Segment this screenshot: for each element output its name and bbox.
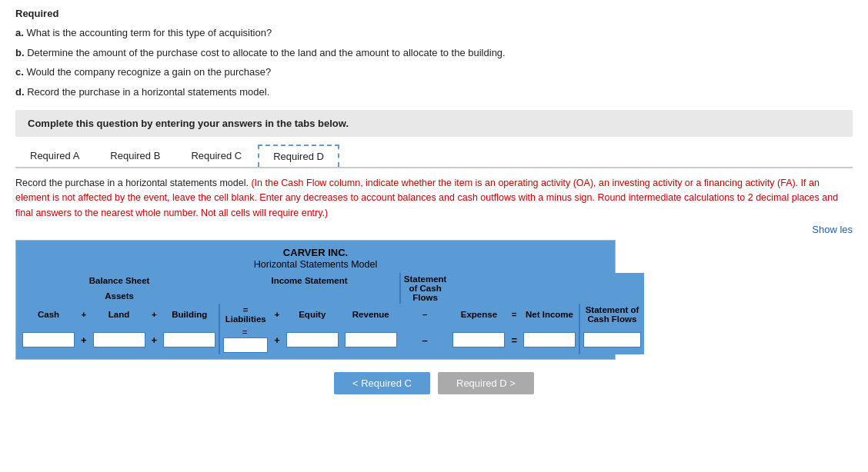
tab-required-c[interactable]: Required C (176, 145, 256, 167)
question-b-bold: b. (15, 47, 25, 58)
company-name: CARVER INC. (19, 244, 612, 259)
col-revenue: Revenue (342, 304, 400, 325)
op-plus3: + (271, 325, 283, 354)
table-row: + + = + – = (19, 325, 644, 354)
equity-input[interactable] (286, 332, 339, 347)
tab-required-a[interactable]: Required A (15, 145, 94, 167)
input-cf[interactable] (579, 325, 644, 354)
expense-input[interactable] (452, 332, 505, 347)
col-expense: Expense (449, 304, 508, 325)
liabilities-input[interactable] (223, 337, 268, 353)
col-minus: – (400, 304, 450, 325)
op-eq2: = (508, 325, 520, 354)
bottom-nav: < Required C Required D > (15, 372, 853, 394)
input-expense[interactable] (449, 325, 508, 354)
col-plus3: + (271, 304, 283, 325)
col-plus1: + (78, 304, 90, 325)
assets-subheader: Assets (19, 288, 219, 304)
model-title: Horizontal Statements Model (19, 259, 612, 273)
table-wrapper: CARVER INC. Horizontal Statements Model … (15, 240, 616, 360)
input-cash[interactable] (19, 325, 78, 354)
op-plus2: + (149, 325, 161, 354)
question-b: b. Determine the amount of the purchase … (15, 45, 853, 61)
col-building: Building (160, 304, 219, 325)
question-a-bold: a. (15, 27, 24, 38)
question-a-text: What is the accounting term for this typ… (26, 27, 272, 38)
op-minus: – (400, 325, 450, 354)
building-input[interactable] (163, 332, 215, 347)
col-cf: Statement of Cash Flows (579, 304, 644, 325)
input-net-income[interactable] (520, 325, 579, 354)
question-c-bold: c. (15, 66, 24, 78)
col-net-income: Net Income (520, 304, 579, 325)
col-eq2: = (508, 304, 520, 325)
input-building[interactable] (160, 325, 219, 354)
cash-input[interactable] (22, 332, 75, 347)
question-b-text: Determine the amount of the purchase cos… (27, 47, 506, 58)
instructions-black: Record the purchase in a horizontal stat… (15, 178, 249, 188)
col-land: Land (90, 304, 149, 325)
show-les-link[interactable]: Show les (15, 224, 853, 235)
col-liabilities: = Liabilities (219, 304, 271, 325)
cash-flows-header: Statement of Cash Flows (400, 273, 450, 304)
question-d-bold: d. (15, 86, 25, 98)
income-statement-header: Income Statement (219, 273, 400, 288)
revenue-input[interactable] (345, 332, 397, 347)
cf-input[interactable] (583, 332, 641, 347)
col-equity: Equity (283, 304, 342, 325)
input-liabilities-cell[interactable]: = (219, 325, 271, 354)
land-input[interactable] (93, 332, 145, 347)
required-heading: Required (15, 8, 853, 19)
col-plus2: + (149, 304, 161, 325)
col-cash: Cash (19, 304, 78, 325)
instructions: Record the purchase in a horizontal stat… (15, 176, 853, 221)
tabs-row: Required A Required B Required C Require… (15, 145, 853, 168)
question-d: d. Record the purchase in a horizontal s… (15, 85, 853, 100)
complete-box: Complete this question by entering your … (15, 110, 853, 137)
net-income-input[interactable] (523, 332, 576, 347)
question-c: c. Would the company recognize a gain on… (15, 65, 853, 80)
question-d-text: Record the purchase in a horizontal stat… (27, 86, 269, 98)
question-a: a. What is the accounting term for this … (15, 25, 853, 41)
balance-sheet-header: Balance Sheet (19, 273, 219, 288)
tab-required-b[interactable]: Required B (95, 145, 175, 167)
next-button[interactable]: Required D > (438, 372, 534, 394)
prev-button[interactable]: < Required C (334, 372, 430, 394)
input-land[interactable] (90, 325, 149, 354)
tab-required-d[interactable]: Required D (258, 145, 339, 167)
question-c-text: Would the company recognize a gain on th… (26, 66, 271, 78)
input-revenue[interactable] (342, 325, 400, 354)
statements-table: Balance Sheet Income Statement Statement… (19, 273, 644, 354)
op-plus1: + (78, 325, 90, 354)
input-equity[interactable] (283, 325, 342, 354)
